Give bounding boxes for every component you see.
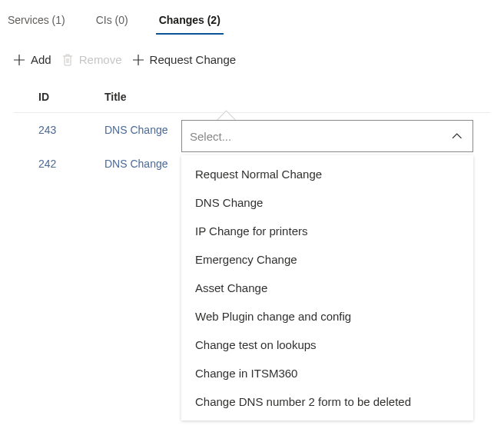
tab-changes[interactable]: Changes (2): [156, 8, 224, 34]
dropdown-option[interactable]: Change test on lookups: [181, 331, 473, 359]
table-header: ID Title: [14, 80, 490, 113]
column-header-id[interactable]: ID: [38, 91, 104, 103]
column-header-title[interactable]: Title: [104, 91, 490, 103]
dropdown-select-input[interactable]: [181, 120, 473, 152]
dropdown-options-list: Request Normal Change DNS Change IP Chan…: [181, 155, 473, 420]
toolbar: Add Remove Request Change: [0, 35, 504, 80]
remove-button: Remove: [62, 53, 122, 66]
add-button[interactable]: Add: [14, 53, 51, 66]
dropdown-option[interactable]: DNS Change: [181, 188, 473, 217]
tabs-bar: Services (1) CIs (0) Changes (2): [0, 0, 504, 35]
dropdown-option[interactable]: IP Change for printers: [181, 217, 473, 245]
add-button-label: Add: [31, 53, 51, 66]
dropdown-option[interactable]: Change in ITSM360: [181, 359, 473, 387]
plus-icon: [14, 55, 25, 65]
chevron-up-icon[interactable]: [452, 133, 462, 139]
dropdown-search-input[interactable]: [190, 130, 452, 143]
dropdown-option[interactable]: Emergency Change: [181, 245, 473, 274]
cell-id: 243: [38, 124, 104, 136]
request-change-dropdown: Request Normal Change DNS Change IP Chan…: [181, 120, 473, 420]
trash-icon: [62, 54, 73, 66]
remove-button-label: Remove: [79, 53, 122, 66]
dropdown-option[interactable]: Web Plugin change and config: [181, 302, 473, 331]
request-change-button-label: Request Change: [150, 53, 237, 66]
dropdown-option[interactable]: Asset Change: [181, 274, 473, 302]
request-change-button[interactable]: Request Change: [133, 53, 237, 66]
cell-id: 242: [38, 158, 104, 170]
tab-cis[interactable]: CIs (0): [93, 8, 131, 34]
dropdown-option[interactable]: Change DNS number 2 form to be deleted: [181, 387, 473, 416]
dropdown-option[interactable]: Request Normal Change: [181, 160, 473, 188]
tab-services[interactable]: Services (1): [5, 8, 68, 34]
plus-icon: [133, 55, 144, 65]
